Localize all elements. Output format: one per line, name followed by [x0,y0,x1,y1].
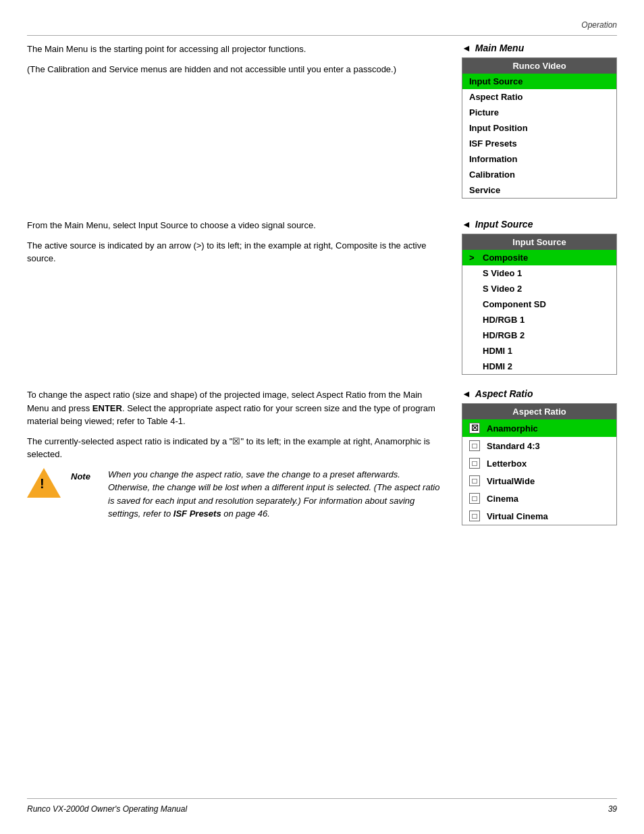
input-source-heading-label: Input Source [475,219,533,230]
hdmi2-arrow [469,361,483,371]
menu-item-information[interactable]: Information [462,151,616,167]
cinema-checkbox: □ [469,493,480,504]
virtualwide-label: VirtualWide [487,476,535,486]
aspect-virtualwide[interactable]: □ VirtualWide [462,472,616,490]
aspect-ratio-title: Aspect Ratio [462,404,616,419]
main-menu-title: Runco Video [462,58,616,74]
note-text-end: on page 46. [221,509,270,519]
note-label: Note [71,471,98,481]
letterbox-checkbox: □ [469,458,480,469]
hdrgb1-arrow [469,315,483,325]
menu-item-service[interactable]: Service [462,182,616,198]
menu-item-isf-presets[interactable]: ISF Presets [462,136,616,151]
note-icon [27,468,61,502]
aspect-letterbox[interactable]: □ Letterbox [462,454,616,472]
virtualwide-checkbox: □ [469,475,480,486]
bottom-paragraph-1: To change the aspect ratio (size and sha… [27,388,441,428]
composite-label: Composite [483,253,528,263]
cinema-label: Cinema [487,494,518,504]
input-source-svideo2[interactable]: S Video 2 [462,281,616,296]
input-source-title: Input Source [462,234,616,250]
input-source-hdmi2[interactable]: HDMI 2 [462,359,616,374]
note-text: When you change the aspect ratio, save t… [108,468,441,521]
hdmi2-label: HDMI 2 [483,361,512,371]
page-footer: Runco VX-2000d Owner's Operating Manual … [27,798,617,814]
bottom-paragraph-2: The currently-selected aspect ratio is i… [27,435,441,461]
svideo2-label: S Video 2 [483,284,522,294]
middle-left-text: From the Main Menu, select Input Source … [27,219,441,375]
letterbox-label: Letterbox [487,459,527,469]
virtual-cinema-label: Virtual Cinema [487,511,548,521]
bottom-section: To change the aspect ratio (size and sha… [27,388,617,527]
input-source-arrow-icon: ◄ [462,219,471,230]
aspect-cinema[interactable]: □ Cinema [462,490,616,507]
footer-right: 39 [608,804,617,814]
aspect-ratio-box: Aspect Ratio ☒ Anamorphic □ Standard 4:3… [462,403,617,525]
footer-left: Runco VX-2000d Owner's Operating Manual [27,804,187,814]
main-menu-heading-label: Main Menu [475,43,524,53]
aspect-anamorphic[interactable]: ☒ Anamorphic [462,419,616,437]
input-source-hdmi1[interactable]: HDMI 1 [462,343,616,359]
aspect-ratio-heading-label: Aspect Ratio [475,388,533,399]
hdmi1-label: HDMI 1 [483,346,512,356]
page-header: Operation [27,20,617,36]
input-source-svideo1[interactable]: S Video 1 [462,265,616,281]
aspect-ratio-section: ◄ Aspect Ratio Aspect Ratio ☒ Anamorphic… [462,388,617,527]
hdrgb2-label: HD/RGB 2 [483,330,525,340]
input-source-box: Input Source > Composite S Video 1 S Vid… [462,234,617,375]
warning-triangle-icon [27,468,61,498]
anamorphic-checkbox: ☒ [469,423,480,434]
standard43-checkbox: □ [469,440,480,451]
menu-item-picture[interactable]: Picture [462,105,616,120]
svideo2-arrow [469,284,483,294]
middle-paragraph-2: The active source is indicated by an arr… [27,239,441,265]
note-text-content: When you change the aspect ratio, save t… [108,469,439,519]
svideo1-arrow [469,268,483,278]
bottom-left-text: To change the aspect ratio (size and sha… [27,388,441,527]
aspect-ratio-arrow-icon: ◄ [462,388,471,399]
input-source-section: ◄ Input Source Input Source > Composite … [462,219,617,375]
input-source-heading: ◄ Input Source [462,219,617,230]
menu-item-input-position[interactable]: Input Position [462,120,616,136]
aspect-ratio-heading: ◄ Aspect Ratio [462,388,617,399]
svideo1-label: S Video 1 [483,268,522,278]
main-menu-arrow-icon: ◄ [462,43,471,53]
input-source-hdrgb1[interactable]: HD/RGB 1 [462,312,616,328]
main-menu-heading: ◄ Main Menu [462,43,617,53]
top-paragraph-2: (The Calibration and Service menus are h… [27,63,441,76]
hdmi1-arrow [469,346,483,356]
top-left-text: The Main Menu is the starting point for … [27,43,441,199]
top-paragraph-1: The Main Menu is the starting point for … [27,43,441,56]
input-source-hdrgb2[interactable]: HD/RGB 2 [462,328,616,343]
note-link-text: ISF Presets [173,509,221,519]
page: Operation The Main Menu is the starting … [0,0,644,834]
middle-section: From the Main Menu, select Input Source … [27,219,617,375]
middle-paragraph-1: From the Main Menu, select Input Source … [27,219,441,232]
menu-item-calibration[interactable]: Calibration [462,167,616,182]
composite-arrow: > [469,253,483,263]
header-label: Operation [581,20,617,30]
enter-bold: ENTER [92,403,122,413]
component-sd-arrow [469,299,483,309]
standard43-label: Standard 4:3 [487,441,540,451]
note-box: Note When you change the aspect ratio, s… [27,468,441,527]
aspect-virtual-cinema[interactable]: □ Virtual Cinema [462,507,616,525]
input-source-component-sd[interactable]: Component SD [462,296,616,312]
menu-item-input-source[interactable]: Input Source [462,74,616,89]
virtual-cinema-checkbox: □ [469,511,480,521]
main-menu-box: Runco Video Input Source Aspect Ratio Pi… [462,57,617,199]
menu-item-aspect-ratio[interactable]: Aspect Ratio [462,89,616,105]
anamorphic-label: Anamorphic [487,423,538,434]
hdrgb2-arrow [469,330,483,340]
component-sd-label: Component SD [483,299,546,309]
hdrgb1-label: HD/RGB 1 [483,315,525,325]
aspect-standard-43[interactable]: □ Standard 4:3 [462,437,616,454]
top-section: The Main Menu is the starting point for … [27,43,617,199]
main-menu-section: ◄ Main Menu Runco Video Input Source Asp… [462,43,617,199]
input-source-composite[interactable]: > Composite [462,250,616,265]
